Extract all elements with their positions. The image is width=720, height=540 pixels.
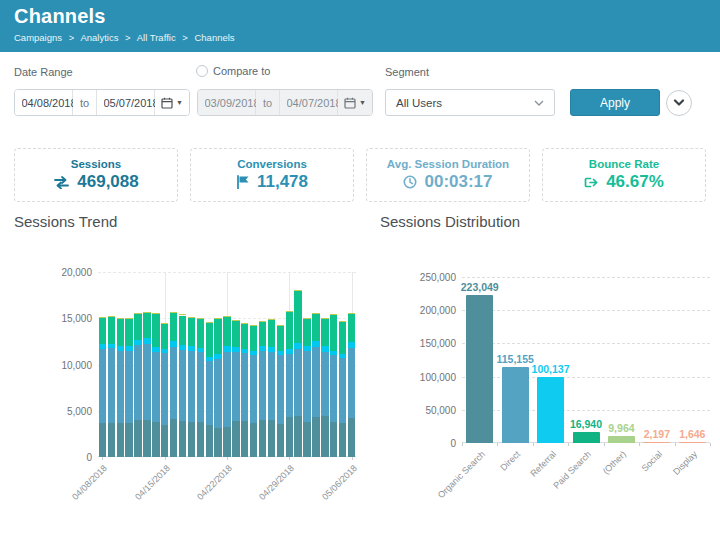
trend-bar-segment[interactable] <box>286 354 293 417</box>
trend-bar-segment[interactable] <box>223 316 230 317</box>
trend-bar-segment[interactable] <box>170 419 177 457</box>
distribution-bar[interactable] <box>679 442 706 443</box>
trend-bar-segment[interactable] <box>143 338 150 344</box>
trend-bar-segment[interactable] <box>250 355 257 423</box>
trend-bar-segment[interactable] <box>188 422 195 457</box>
trend-bar-segment[interactable] <box>294 290 301 291</box>
distribution-bar[interactable] <box>466 295 493 443</box>
trend-bar-segment[interactable] <box>214 428 221 457</box>
trend-bar-segment[interactable] <box>294 416 301 457</box>
trend-bar-segment[interactable] <box>179 345 186 350</box>
trend-bar-segment[interactable] <box>303 346 310 351</box>
trend-bar-segment[interactable] <box>197 422 204 457</box>
trend-bar-segment[interactable] <box>259 321 266 322</box>
trend-bar-segment[interactable] <box>152 347 159 352</box>
trend-bar-segment[interactable] <box>250 326 257 351</box>
trend-bar-segment[interactable] <box>241 421 248 457</box>
trend-bar-segment[interactable] <box>339 358 346 423</box>
trend-bar-segment[interactable] <box>232 421 239 457</box>
trend-bar-segment[interactable] <box>170 312 177 313</box>
trend-bar-segment[interactable] <box>321 319 328 347</box>
trend-bar-segment[interactable] <box>161 324 168 349</box>
trend-bar-segment[interactable] <box>117 351 124 423</box>
trend-bar-segment[interactable] <box>125 319 132 347</box>
trend-bar-segment[interactable] <box>197 319 204 348</box>
trend-bar-segment[interactable] <box>117 346 124 351</box>
trend-bar-segment[interactable] <box>99 318 106 344</box>
trend-bar-segment[interactable] <box>348 314 355 342</box>
trend-bar-segment[interactable] <box>303 318 310 319</box>
trend-bar-segment[interactable] <box>179 421 186 457</box>
trend-bar-segment[interactable] <box>179 316 186 345</box>
trend-bar-segment[interactable] <box>188 346 195 351</box>
trend-bar-segment[interactable] <box>99 317 106 318</box>
compare-start-input[interactable] <box>198 90 256 115</box>
trend-bar-segment[interactable] <box>241 324 248 349</box>
trend-bar-segment[interactable] <box>312 313 319 314</box>
trend-bar-segment[interactable] <box>206 323 213 356</box>
trend-bar-segment[interactable] <box>152 352 159 422</box>
date-calendar-button[interactable]: ▼ <box>155 90 189 115</box>
trend-bar-segment[interactable] <box>161 353 168 425</box>
trend-bar-segment[interactable] <box>312 341 319 347</box>
trend-bar-segment[interactable] <box>99 423 106 457</box>
trend-bar-segment[interactable] <box>125 346 132 351</box>
trend-bar-segment[interactable] <box>339 354 346 358</box>
trend-bar-segment[interactable] <box>312 314 319 342</box>
trend-bar-segment[interactable] <box>143 344 150 420</box>
trend-bar-segment[interactable] <box>303 319 310 346</box>
compare-end-input[interactable] <box>280 90 338 115</box>
trend-bar-segment[interactable] <box>321 318 328 319</box>
trend-bar-segment[interactable] <box>223 346 230 351</box>
trend-bar-segment[interactable] <box>232 352 239 421</box>
trend-bar-segment[interactable] <box>134 313 141 314</box>
trend-bar-segment[interactable] <box>286 349 293 355</box>
trend-bar-segment[interactable] <box>277 326 284 351</box>
trend-bar-segment[interactable] <box>223 427 230 457</box>
trend-bar-segment[interactable] <box>330 355 337 422</box>
trend-bar-segment[interactable] <box>117 423 124 457</box>
trend-bar-segment[interactable] <box>161 323 168 324</box>
trend-bar-segment[interactable] <box>294 349 301 417</box>
trend-bar-segment[interactable] <box>179 350 186 421</box>
trend-bar-segment[interactable] <box>143 420 150 457</box>
trend-bar-segment[interactable] <box>99 349 106 423</box>
trend-bar-segment[interactable] <box>125 423 132 457</box>
trend-bar-segment[interactable] <box>179 314 186 315</box>
trend-bar-segment[interactable] <box>206 357 213 361</box>
trend-bar-segment[interactable] <box>339 322 346 354</box>
trend-bar-segment[interactable] <box>134 420 141 457</box>
trend-bar-segment[interactable] <box>143 312 150 313</box>
trend-bar-segment[interactable] <box>259 351 266 420</box>
trend-bar-segment[interactable] <box>134 340 141 346</box>
trend-bar-segment[interactable] <box>250 325 257 326</box>
trend-bar-segment[interactable] <box>286 417 293 457</box>
trend-bar-segment[interactable] <box>330 314 337 315</box>
trend-bar-segment[interactable] <box>170 313 177 341</box>
trend-bar-segment[interactable] <box>223 352 230 427</box>
trend-bar-segment[interactable] <box>339 321 346 322</box>
trend-bar-segment[interactable] <box>330 351 337 356</box>
trend-bar-segment[interactable] <box>348 313 355 314</box>
trend-bar-segment[interactable] <box>348 342 355 348</box>
breadcrumb-channels[interactable]: Channels <box>194 32 234 43</box>
trend-bar-segment[interactable] <box>321 352 328 417</box>
trend-bar-segment[interactable] <box>108 316 115 317</box>
trend-bar-segment[interactable] <box>241 353 248 421</box>
trend-bar-segment[interactable] <box>348 348 355 418</box>
trend-bar-segment[interactable] <box>152 313 159 314</box>
trend-bar-segment[interactable] <box>117 319 124 345</box>
trend-bar-segment[interactable] <box>223 317 230 347</box>
trend-bar-segment[interactable] <box>188 317 195 318</box>
trend-bar-segment[interactable] <box>232 321 239 348</box>
trend-bar-segment[interactable] <box>170 347 177 419</box>
trend-bar-segment[interactable] <box>108 344 115 349</box>
trend-bar-segment[interactable] <box>125 318 132 319</box>
trend-bar-segment[interactable] <box>286 312 293 349</box>
trend-bar-segment[interactable] <box>170 341 177 347</box>
trend-bar-segment[interactable] <box>108 348 115 423</box>
trend-bar-segment[interactable] <box>214 319 221 355</box>
trend-bar-segment[interactable] <box>206 322 213 323</box>
breadcrumb-analytics[interactable]: Analytics <box>80 32 118 43</box>
trend-bar-segment[interactable] <box>277 424 284 457</box>
